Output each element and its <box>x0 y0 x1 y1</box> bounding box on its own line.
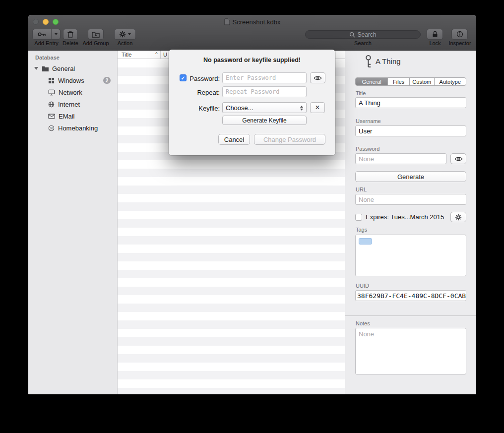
inspector-button[interactable] <box>451 29 468 40</box>
svg-text:%: % <box>50 126 53 130</box>
dialog-message: No password or keyfile supplied! <box>169 57 335 63</box>
tags-field[interactable] <box>355 235 466 276</box>
expires-checkbox[interactable] <box>355 214 362 221</box>
sidebar-item-internet[interactable]: Internet <box>28 98 118 110</box>
sidebar: Database General 2 Windows Network <box>28 51 118 394</box>
folder-icon <box>42 65 49 71</box>
generate-keyfile-label: Generate Keyfile <box>242 117 286 124</box>
key-icon <box>365 55 372 68</box>
tags-label: Tags <box>356 227 367 233</box>
inspector-label: Inspector <box>445 40 475 46</box>
url-field-label: URL <box>356 186 367 192</box>
notes-placeholder: None <box>359 330 374 338</box>
delete-button[interactable] <box>63 29 78 40</box>
inspector-panel: A Thing General Files Custom Autotype Ti… <box>345 51 476 394</box>
generate-button-label: Generate <box>397 173 424 181</box>
expires-settings-button[interactable] <box>450 212 466 222</box>
lock-button[interactable] <box>427 29 443 40</box>
add-entry-button[interactable] <box>32 29 61 40</box>
uuid-field[interactable]: 38F629B7-FC4E-489C-8DCF-0CAB <box>355 290 466 301</box>
keyfile-dropdown[interactable]: Choose... <box>222 102 307 113</box>
globe-icon <box>48 101 55 108</box>
generate-keyfile-button[interactable]: Generate Keyfile <box>222 116 307 125</box>
notes-field[interactable]: None <box>355 328 466 374</box>
sidebar-item-label: Internet <box>58 101 80 108</box>
enter-password-input[interactable]: Enter Password <box>222 72 307 83</box>
clear-keyfile-button[interactable]: × <box>310 102 325 113</box>
dropdown-arrows-icon <box>300 103 303 114</box>
cancel-button-label: Cancel <box>224 136 244 143</box>
search-icon <box>349 32 355 38</box>
url-field-placeholder: None <box>359 196 374 203</box>
tab-custom[interactable]: Custom <box>410 78 435 85</box>
password-field[interactable]: None <box>355 153 446 164</box>
sidebar-item-email[interactable]: EMail <box>28 110 118 122</box>
keyfile-dropdown-value: Choose... <box>226 104 253 112</box>
sidebar-item-label: EMail <box>59 113 75 120</box>
uuid-label: UUID <box>356 283 369 289</box>
change-password-button[interactable]: Change Password <box>254 134 325 145</box>
add-group-label: Add Group <box>80 40 111 46</box>
search-label: Search <box>305 40 421 46</box>
cancel-button[interactable]: Cancel <box>218 134 250 145</box>
sidebar-item-network[interactable]: Network <box>28 86 118 98</box>
inspector-tabs: General Files Custom Autotype <box>355 77 466 86</box>
username-field-value: User <box>359 127 372 135</box>
action-caret <box>128 33 131 35</box>
monitor-icon <box>48 89 55 96</box>
window-chrome: Screenshot.kdbx Add Entry <box>28 15 476 51</box>
repeat-password-input[interactable]: Repeat Password <box>222 86 307 97</box>
entry-title: A Thing <box>376 57 401 65</box>
section-divider <box>345 315 476 316</box>
username-field[interactable]: User <box>355 125 466 136</box>
sidebar-header: Database <box>35 55 60 61</box>
lock-icon <box>432 31 438 38</box>
tag-chip[interactable] <box>359 238 372 245</box>
column-username[interactable]: U <box>163 52 167 58</box>
sidebar-item-windows[interactable]: Windows <box>28 74 118 86</box>
sidebar-item-homebanking[interactable]: % Homebanking <box>28 122 118 134</box>
envelope-icon <box>48 114 55 119</box>
coin-icon: % <box>48 125 55 131</box>
dialog-reveal-password-button[interactable] <box>310 72 325 83</box>
password-checkbox[interactable]: ✓ <box>180 74 187 81</box>
tab-files[interactable]: Files <box>388 78 410 85</box>
app-window: Screenshot.kdbx Add Entry <box>28 15 476 394</box>
repeat-password-placeholder: Repeat Password <box>226 88 279 95</box>
window-title: Screenshot.kdbx <box>233 18 281 26</box>
sidebar-item-label: Network <box>59 89 82 96</box>
sidebar-item-general[interactable]: General 2 <box>28 62 118 74</box>
password-field-label: Password <box>356 146 379 152</box>
tab-autotype[interactable]: Autotype <box>435 78 466 85</box>
gear-icon <box>455 214 462 221</box>
disclosure-triangle-icon[interactable] <box>34 67 38 70</box>
username-field-label: Username <box>356 118 381 124</box>
folder-plus-icon <box>92 31 100 38</box>
add-group-button[interactable] <box>88 29 104 40</box>
title-area: Screenshot.kdbx <box>28 15 476 29</box>
sort-indicator-icon: ^ <box>155 52 158 57</box>
gear-icon <box>119 31 126 38</box>
url-field[interactable]: None <box>355 194 466 205</box>
generate-password-button[interactable]: Generate <box>355 171 466 182</box>
titlebar[interactable]: Screenshot.kdbx <box>28 15 476 29</box>
key-plus-icon <box>33 29 51 39</box>
trash-icon <box>67 31 74 38</box>
search-input[interactable]: Search <box>305 30 421 39</box>
expires-label: Expires: Tues...March 2015 <box>366 213 444 221</box>
notes-label: Notes <box>356 320 370 326</box>
uuid-value: 38F629B7-FC4E-489C-8DCF-0CAB <box>357 292 466 300</box>
document-icon <box>224 18 230 25</box>
column-title[interactable]: Title <box>122 52 131 58</box>
password-dialog: No password or keyfile supplied! ✓ Passw… <box>169 50 335 155</box>
column-divider[interactable] <box>160 51 161 59</box>
eye-icon <box>454 156 463 162</box>
repeat-label: Repeat: <box>188 89 220 96</box>
reveal-password-button[interactable] <box>450 153 466 164</box>
action-button[interactable] <box>114 29 136 40</box>
sidebar-item-label: Windows <box>58 77 84 84</box>
add-entry-dropdown[interactable] <box>51 29 60 39</box>
tab-general[interactable]: General <box>356 78 388 85</box>
password-field-placeholder: None <box>359 155 374 163</box>
title-field[interactable]: A Thing <box>355 97 466 108</box>
